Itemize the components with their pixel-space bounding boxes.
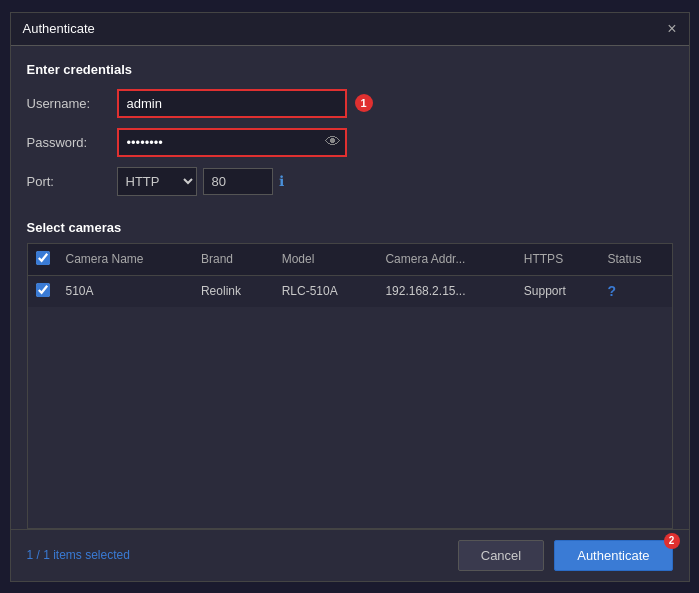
password-label: Password:	[27, 135, 117, 150]
toggle-password-icon[interactable]: 👁	[325, 133, 341, 151]
camera-model-cell: RLC-510A	[274, 275, 378, 307]
username-input[interactable]	[117, 89, 347, 118]
port-group: Port: HTTP HTTPS ℹ	[27, 167, 673, 196]
table-header: Camera Name Brand Model Camera Addr... H…	[28, 244, 672, 276]
camera-brand-cell: Reolink	[193, 275, 274, 307]
password-input-wrapper: 👁	[117, 128, 347, 157]
camera-name-cell: 510A	[58, 275, 193, 307]
port-info-icon[interactable]: ℹ	[279, 173, 284, 189]
password-input[interactable]	[117, 128, 347, 157]
row-checkbox-cell	[28, 275, 58, 307]
username-label: Username:	[27, 96, 117, 111]
col-https: HTTPS	[516, 244, 600, 276]
port-protocol-select[interactable]: HTTP HTTPS	[117, 167, 197, 196]
dialog-body: Enter credentials Username: 1 Password: …	[11, 46, 689, 529]
col-brand: Brand	[193, 244, 274, 276]
col-camera-addr: Camera Addr...	[377, 244, 515, 276]
username-input-wrapper: 1	[117, 89, 373, 118]
status-question-icon[interactable]: ?	[607, 283, 616, 299]
col-camera-name: Camera Name	[58, 244, 193, 276]
table-row: 510A Reolink RLC-510A 192.168.2.15... Su…	[28, 275, 672, 307]
cameras-table: Camera Name Brand Model Camera Addr... H…	[28, 244, 672, 307]
footer-buttons: Cancel Authenticate 2	[458, 540, 673, 571]
cameras-section-title: Select cameras	[27, 220, 673, 235]
cancel-button[interactable]: Cancel	[458, 540, 544, 571]
col-status: Status	[599, 244, 671, 276]
port-controls: HTTP HTTPS ℹ	[117, 167, 284, 196]
badge-1: 1	[355, 94, 373, 112]
dialog-title: Authenticate	[23, 21, 95, 36]
items-selected-label: 1 / 1 items selected	[27, 548, 130, 562]
camera-https-cell: Support	[516, 275, 600, 307]
password-group: Password: 👁	[27, 128, 673, 157]
authenticate-button[interactable]: Authenticate 2	[554, 540, 672, 571]
camera-addr-cell: 192.168.2.15...	[377, 275, 515, 307]
camera-status-cell: ?	[599, 275, 671, 307]
col-model: Model	[274, 244, 378, 276]
dialog-titlebar: Authenticate ×	[11, 13, 689, 46]
port-number-input[interactable]	[203, 168, 273, 195]
select-all-checkbox[interactable]	[36, 251, 50, 265]
cameras-tbody: 510A Reolink RLC-510A 192.168.2.15... Su…	[28, 275, 672, 307]
port-label: Port:	[27, 174, 117, 189]
authenticate-dialog: Authenticate × Enter credentials Usernam…	[10, 12, 690, 582]
credentials-section-title: Enter credentials	[27, 62, 673, 77]
badge-2: 2	[664, 533, 680, 549]
username-group: Username: 1	[27, 89, 673, 118]
cameras-section: Select cameras Camera Name Brand Model C…	[27, 220, 673, 529]
dialog-footer: 1 / 1 items selected Cancel Authenticate…	[11, 529, 689, 581]
header-checkbox-cell	[28, 244, 58, 276]
cameras-table-container: Camera Name Brand Model Camera Addr... H…	[27, 243, 673, 529]
row-checkbox[interactable]	[36, 283, 50, 297]
close-button[interactable]: ×	[667, 21, 676, 37]
